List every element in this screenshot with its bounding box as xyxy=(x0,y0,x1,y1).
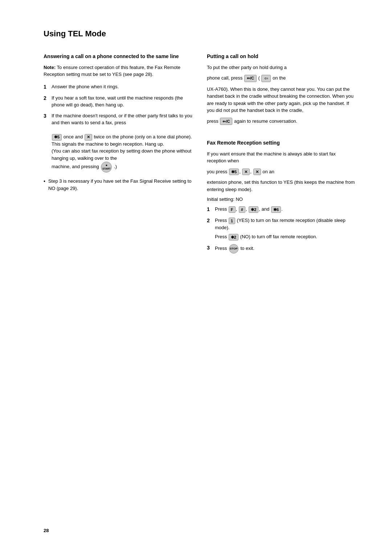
fax-key-6: ✱6 xyxy=(271,206,281,213)
fax-step-3-press: Press xyxy=(215,246,227,251)
fax-step-2-sub: Press ✱2 (NO) to turn off fax remote rec… xyxy=(215,233,356,240)
step-2-num: 2 xyxy=(44,94,49,109)
step-3-machine: machine, and pressing xyxy=(52,164,99,170)
bullet-list: Step 3 is necessary if you have set the … xyxy=(44,178,192,192)
fax-on-an: on an xyxy=(262,169,274,174)
initial-setting: Initial setting: NO xyxy=(207,197,356,202)
fax-key-x: ✕ xyxy=(242,169,250,175)
key-x-left: ✕ xyxy=(85,134,92,141)
fax-remote-section: Fax Remote Reception setting If you want… xyxy=(207,139,356,254)
left-column: Answering a call on a phone connected to… xyxy=(44,53,192,259)
fax-key-F: F xyxy=(229,206,236,213)
step-3: 3 If the machine doesn't respond, or if … xyxy=(44,112,192,173)
hold-again-text: again to resume conversation. xyxy=(234,118,297,124)
right-column: Putting a call on hold To put the other … xyxy=(207,53,356,259)
fax-step-3: 3 Press STOP to exit. xyxy=(207,244,356,254)
note-block: Note: To ensure correct operation of thi… xyxy=(44,64,192,78)
note-text: To ensure correct operation of this feat… xyxy=(44,65,180,77)
bullet-text: Step 3 is necessary if you have set the … xyxy=(48,178,192,192)
fax-key-2: ✱2 xyxy=(249,206,258,213)
fax-intro-text: If you want ensure that the machine is a… xyxy=(207,151,336,164)
page-number: 28 xyxy=(44,528,49,533)
step-3-once-and: once and xyxy=(64,134,83,139)
fax-step-3-text2: to exit. xyxy=(240,246,254,251)
fax-step-1-press: Press xyxy=(215,206,227,212)
step-1: 1 Answer the phone when it rings. xyxy=(44,83,192,91)
fax-steps: 1 Press F, #, ✱2, and ✱6. 2 P xyxy=(207,206,356,254)
note-label: Note: xyxy=(44,65,56,70)
fax-text1: extension phone, set this function to YE… xyxy=(207,179,356,193)
fax-you-press-text: you press xyxy=(207,169,227,174)
fax-intro: If you want ensure that the machine is a… xyxy=(207,150,356,165)
stop-icon: STOP xyxy=(230,247,238,251)
hold-text1: phone call, press xyxy=(207,75,242,81)
step-1-text: Answer the phone when it rings. xyxy=(52,83,192,91)
hold-intro-text: To put the other party on hold during a xyxy=(207,65,287,70)
step-2-text: If you hear a soft fax tone, wait until … xyxy=(52,94,192,109)
key-5-left: ✱5 xyxy=(52,134,62,141)
fax-key-1: 1 xyxy=(229,218,235,224)
two-column-layout: Answering a call on a phone connected to… xyxy=(44,53,356,259)
step-3-paren: (You can also start fax reception by set… xyxy=(52,148,191,161)
fax-step-1-num: 1 xyxy=(207,206,212,213)
fax-key-2b: ✱2 xyxy=(229,234,238,240)
fax-step-2-press: Press xyxy=(215,218,227,223)
page-title: Using TEL Mode xyxy=(44,29,356,39)
steps-list: 1 Answer the phone when it rings. 2 If y… xyxy=(44,83,192,173)
bullet-item-1: Step 3 is necessary if you have set the … xyxy=(44,178,192,192)
fax-step-2-num: 2 xyxy=(207,217,212,240)
step-3-num: 3 xyxy=(44,112,49,173)
start-label: START xyxy=(102,167,111,170)
start-circle-icon: ● xyxy=(106,164,107,167)
fax-you-press: you press ✱5, ✕, ✕ on an xyxy=(207,168,356,175)
hold-resume: press ⇐/C again to resume conversation. xyxy=(207,118,356,125)
hold-desc: UX-A760). When this is done, they cannot… xyxy=(207,86,356,114)
fax-step-3-num: 3 xyxy=(207,244,212,254)
fax-step-1: 1 Press F, #, ✱2, and ✱6. xyxy=(207,206,356,213)
fax-key-hash: # xyxy=(239,206,245,213)
fax-step-2: 2 Press 1 (YES) to turn on fax remote re… xyxy=(207,217,356,240)
hold-heading: Putting a call on hold xyxy=(207,53,356,60)
step-3-content: If the machine doesn't respond, or if th… xyxy=(52,112,192,173)
hold-press-text: press xyxy=(207,118,219,124)
hold-intro: To put the other party on hold during a xyxy=(207,64,356,71)
fax-key-5: ✱5 xyxy=(229,169,239,175)
step-1-num: 1 xyxy=(44,83,49,91)
hold-key: ⇐/C xyxy=(244,75,257,82)
hold-press-line: phone call, press ⇐/C ( ⇦ on the xyxy=(207,74,356,82)
fax-step-2-sub-text2: (NO) to turn off fax remote reception. xyxy=(240,234,317,239)
fax-key-x2: ✕ xyxy=(253,169,261,175)
page: Using TEL Mode Answering a call on a pho… xyxy=(0,0,392,555)
step-3-end: .) xyxy=(114,164,117,170)
start-button: ● START xyxy=(101,162,112,173)
fax-step-2-content: Press 1 (YES) to turn on fax remote rece… xyxy=(215,217,356,240)
hold-section: Putting a call on hold To put the other … xyxy=(207,53,356,125)
step-3-text: If the machine doesn't respond, or if th… xyxy=(52,113,192,126)
phone-key: ⇦ xyxy=(261,75,271,82)
stop-button: STOP xyxy=(229,244,238,254)
hold-key-2: ⇐/C xyxy=(220,118,232,125)
fax-step-3-content: Press STOP to exit. xyxy=(215,244,356,254)
fax-step-1-and: and xyxy=(262,206,270,212)
fax-remote-heading: Fax Remote Reception setting xyxy=(207,139,356,147)
fax-step-2-sub-press: Press xyxy=(215,234,227,239)
step-2: 2 If you hear a soft fax tone, wait unti… xyxy=(44,94,192,109)
hold-text2: on the xyxy=(273,75,286,81)
left-section-heading: Answering a call on a phone connected to… xyxy=(44,53,192,60)
fax-step-1-content: Press F, #, ✱2, and ✱6. xyxy=(215,206,356,213)
